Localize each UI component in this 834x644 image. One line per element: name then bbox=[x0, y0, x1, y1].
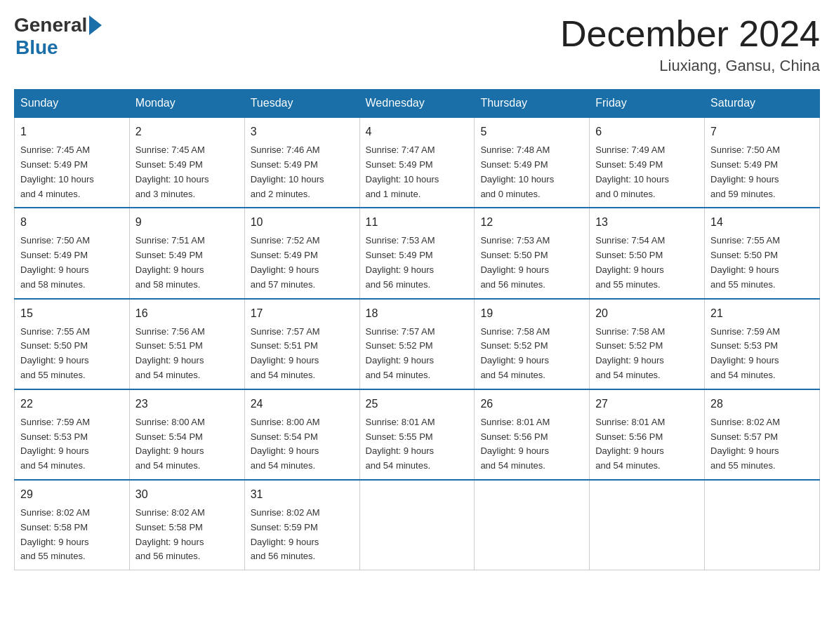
day-info: Sunrise: 7:45 AMSunset: 5:49 PMDaylight:… bbox=[20, 143, 124, 201]
day-info: Sunrise: 7:56 AMSunset: 5:51 PMDaylight:… bbox=[135, 325, 239, 383]
calendar-day-16: 16Sunrise: 7:56 AMSunset: 5:51 PMDayligh… bbox=[129, 299, 244, 389]
calendar-header-row: SundayMondayTuesdayWednesdayThursdayFrid… bbox=[15, 90, 820, 118]
day-info: Sunrise: 7:50 AMSunset: 5:49 PMDaylight:… bbox=[710, 143, 814, 201]
calendar-week-row: 29Sunrise: 8:02 AMSunset: 5:58 PMDayligh… bbox=[15, 480, 820, 570]
day-info: Sunrise: 8:02 AMSunset: 5:59 PMDaylight:… bbox=[251, 506, 354, 564]
calendar-day-7: 7Sunrise: 7:50 AMSunset: 5:49 PMDaylight… bbox=[705, 117, 820, 208]
day-number: 9 bbox=[135, 214, 239, 231]
day-info: Sunrise: 8:02 AMSunset: 5:57 PMDaylight:… bbox=[710, 415, 814, 474]
calendar-day-19: 19Sunrise: 7:58 AMSunset: 5:52 PMDayligh… bbox=[475, 299, 590, 389]
calendar-day-6: 6Sunrise: 7:49 AMSunset: 5:49 PMDaylight… bbox=[590, 117, 705, 208]
day-number: 27 bbox=[595, 396, 699, 412]
day-number: 8 bbox=[20, 214, 124, 231]
calendar-day-20: 20Sunrise: 7:58 AMSunset: 5:52 PMDayligh… bbox=[590, 299, 705, 389]
logo-arrow-icon bbox=[87, 15, 102, 35]
calendar-empty bbox=[475, 480, 590, 570]
day-number: 16 bbox=[135, 305, 239, 322]
day-number: 19 bbox=[480, 305, 583, 322]
day-info: Sunrise: 8:01 AMSunset: 5:56 PMDaylight:… bbox=[480, 415, 583, 474]
day-info: Sunrise: 7:58 AMSunset: 5:52 PMDaylight:… bbox=[595, 325, 699, 383]
calendar-day-9: 9Sunrise: 7:51 AMSunset: 5:49 PMDaylight… bbox=[129, 208, 244, 298]
logo-blue-text: Blue bbox=[15, 36, 102, 59]
day-info: Sunrise: 7:59 AMSunset: 5:53 PMDaylight:… bbox=[710, 325, 814, 383]
calendar-day-31: 31Sunrise: 8:02 AMSunset: 5:59 PMDayligh… bbox=[244, 480, 359, 570]
calendar-week-row: 22Sunrise: 7:59 AMSunset: 5:53 PMDayligh… bbox=[15, 389, 820, 480]
logo-general-text: General bbox=[14, 14, 87, 36]
day-number: 4 bbox=[366, 123, 469, 140]
day-number: 23 bbox=[135, 396, 239, 412]
day-number: 30 bbox=[135, 486, 239, 503]
page-header: General Blue December 2024 Liuxiang, Gan… bbox=[14, 14, 820, 75]
calendar-day-26: 26Sunrise: 8:01 AMSunset: 5:56 PMDayligh… bbox=[475, 389, 590, 480]
calendar-day-29: 29Sunrise: 8:02 AMSunset: 5:58 PMDayligh… bbox=[15, 480, 130, 570]
day-number: 18 bbox=[366, 305, 469, 322]
calendar-day-21: 21Sunrise: 7:59 AMSunset: 5:53 PMDayligh… bbox=[705, 299, 820, 389]
day-number: 10 bbox=[251, 214, 354, 231]
calendar-day-13: 13Sunrise: 7:54 AMSunset: 5:50 PMDayligh… bbox=[590, 208, 705, 298]
day-info: Sunrise: 7:53 AMSunset: 5:50 PMDaylight:… bbox=[480, 234, 583, 292]
day-info: Sunrise: 8:02 AMSunset: 5:58 PMDaylight:… bbox=[135, 506, 239, 564]
day-info: Sunrise: 7:59 AMSunset: 5:53 PMDaylight:… bbox=[20, 415, 124, 474]
weekday-header-saturday: Saturday bbox=[705, 90, 820, 118]
day-number: 6 bbox=[595, 123, 699, 140]
calendar-day-28: 28Sunrise: 8:02 AMSunset: 5:57 PMDayligh… bbox=[705, 389, 820, 480]
calendar-day-5: 5Sunrise: 7:48 AMSunset: 5:49 PMDaylight… bbox=[475, 117, 590, 208]
calendar-day-1: 1Sunrise: 7:45 AMSunset: 5:49 PMDaylight… bbox=[15, 117, 130, 208]
calendar-empty bbox=[590, 480, 705, 570]
weekday-header-sunday: Sunday bbox=[15, 90, 130, 118]
day-number: 24 bbox=[251, 396, 354, 412]
calendar-day-12: 12Sunrise: 7:53 AMSunset: 5:50 PMDayligh… bbox=[475, 208, 590, 298]
day-number: 31 bbox=[251, 486, 354, 503]
day-info: Sunrise: 7:53 AMSunset: 5:49 PMDaylight:… bbox=[366, 234, 469, 292]
weekday-header-friday: Friday bbox=[590, 90, 705, 118]
calendar-week-row: 8Sunrise: 7:50 AMSunset: 5:49 PMDaylight… bbox=[15, 208, 820, 298]
day-info: Sunrise: 7:55 AMSunset: 5:50 PMDaylight:… bbox=[20, 325, 124, 383]
day-info: Sunrise: 8:01 AMSunset: 5:55 PMDaylight:… bbox=[366, 415, 469, 474]
calendar-day-17: 17Sunrise: 7:57 AMSunset: 5:51 PMDayligh… bbox=[244, 299, 359, 389]
weekday-header-wednesday: Wednesday bbox=[359, 90, 475, 118]
day-info: Sunrise: 7:57 AMSunset: 5:52 PMDaylight:… bbox=[366, 325, 469, 383]
day-number: 5 bbox=[480, 123, 583, 140]
day-info: Sunrise: 8:02 AMSunset: 5:58 PMDaylight:… bbox=[20, 506, 124, 564]
location-title: Liuxiang, Gansu, China bbox=[560, 57, 820, 75]
calendar-day-2: 2Sunrise: 7:45 AMSunset: 5:49 PMDaylight… bbox=[129, 117, 244, 208]
day-number: 17 bbox=[251, 305, 354, 322]
day-number: 21 bbox=[710, 305, 814, 322]
day-info: Sunrise: 7:45 AMSunset: 5:49 PMDaylight:… bbox=[135, 143, 239, 201]
day-info: Sunrise: 7:57 AMSunset: 5:51 PMDaylight:… bbox=[251, 325, 354, 383]
svg-marker-0 bbox=[89, 15, 102, 35]
calendar-week-row: 1Sunrise: 7:45 AMSunset: 5:49 PMDaylight… bbox=[15, 117, 820, 208]
calendar-table: SundayMondayTuesdayWednesdayThursdayFrid… bbox=[14, 89, 820, 570]
day-number: 28 bbox=[710, 396, 814, 412]
day-info: Sunrise: 7:55 AMSunset: 5:50 PMDaylight:… bbox=[710, 234, 814, 292]
calendar-day-4: 4Sunrise: 7:47 AMSunset: 5:49 PMDaylight… bbox=[359, 117, 475, 208]
day-info: Sunrise: 7:54 AMSunset: 5:50 PMDaylight:… bbox=[595, 234, 699, 292]
day-number: 25 bbox=[366, 396, 469, 412]
day-number: 20 bbox=[595, 305, 699, 322]
day-number: 29 bbox=[20, 486, 124, 503]
calendar-day-3: 3Sunrise: 7:46 AMSunset: 5:49 PMDaylight… bbox=[244, 117, 359, 208]
day-number: 7 bbox=[710, 123, 814, 140]
day-info: Sunrise: 7:50 AMSunset: 5:49 PMDaylight:… bbox=[20, 234, 124, 292]
calendar-week-row: 15Sunrise: 7:55 AMSunset: 5:50 PMDayligh… bbox=[15, 299, 820, 389]
day-info: Sunrise: 8:00 AMSunset: 5:54 PMDaylight:… bbox=[251, 415, 354, 474]
month-title: December 2024 bbox=[560, 14, 820, 54]
day-info: Sunrise: 7:52 AMSunset: 5:49 PMDaylight:… bbox=[251, 234, 354, 292]
day-number: 14 bbox=[710, 214, 814, 231]
day-number: 12 bbox=[480, 214, 583, 231]
day-number: 11 bbox=[366, 214, 469, 231]
day-number: 1 bbox=[20, 123, 124, 140]
day-info: Sunrise: 7:48 AMSunset: 5:49 PMDaylight:… bbox=[480, 143, 583, 201]
logo: General Blue bbox=[14, 14, 102, 59]
calendar-empty bbox=[705, 480, 820, 570]
day-info: Sunrise: 8:01 AMSunset: 5:56 PMDaylight:… bbox=[595, 415, 699, 474]
calendar-day-14: 14Sunrise: 7:55 AMSunset: 5:50 PMDayligh… bbox=[705, 208, 820, 298]
day-info: Sunrise: 7:49 AMSunset: 5:49 PMDaylight:… bbox=[595, 143, 699, 201]
day-info: Sunrise: 7:46 AMSunset: 5:49 PMDaylight:… bbox=[251, 143, 354, 201]
day-number: 2 bbox=[135, 123, 239, 140]
day-info: Sunrise: 7:51 AMSunset: 5:49 PMDaylight:… bbox=[135, 234, 239, 292]
day-info: Sunrise: 7:47 AMSunset: 5:49 PMDaylight:… bbox=[366, 143, 469, 201]
calendar-day-8: 8Sunrise: 7:50 AMSunset: 5:49 PMDaylight… bbox=[15, 208, 130, 298]
calendar-day-24: 24Sunrise: 8:00 AMSunset: 5:54 PMDayligh… bbox=[244, 389, 359, 480]
day-number: 22 bbox=[20, 396, 124, 412]
